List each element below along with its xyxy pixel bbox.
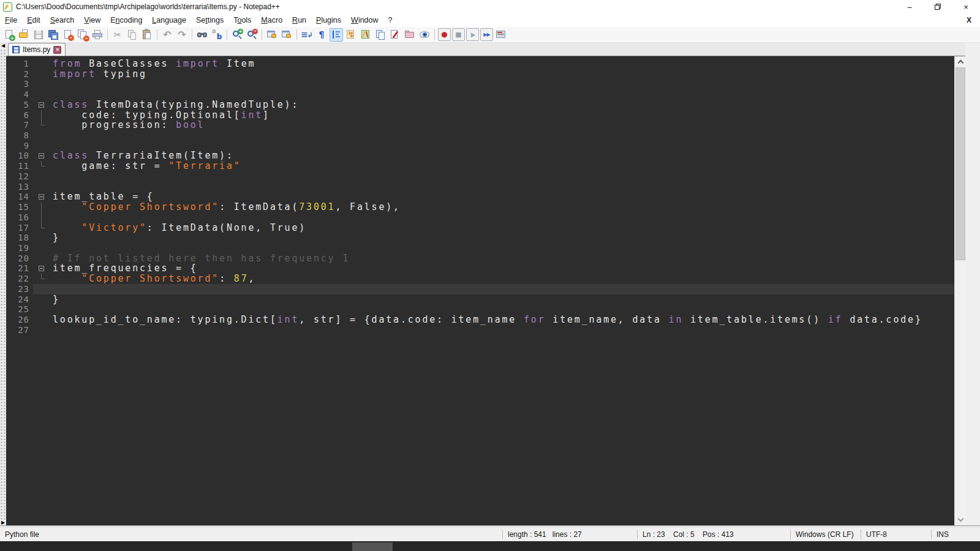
save-macro-icon[interactable] (494, 28, 508, 42)
show-all-characters-icon[interactable]: ¶ (315, 28, 328, 42)
menu-edit[interactable]: Edit (22, 14, 45, 26)
code-line[interactable]: 2import typing (6, 69, 954, 80)
undo-icon[interactable]: ↶ (160, 28, 174, 42)
code-line[interactable]: 4 (6, 89, 954, 100)
code-line[interactable]: 3 (6, 79, 954, 89)
menu-window[interactable]: Window (346, 14, 383, 26)
playback-macro-icon[interactable]: ▶ (466, 28, 479, 41)
run-macro-multiple-icon[interactable]: ▶▶ (480, 28, 493, 41)
document-map-icon[interactable] (359, 28, 372, 42)
vertical-scrollbar[interactable] (954, 56, 965, 525)
tab-items-py[interactable]: Items.py × (8, 43, 66, 56)
code-line[interactable]: 22 "Copper Shortsword": 87, (6, 274, 954, 284)
code-line[interactable]: 15 "Copper Shortsword": ItemData(73001, … (6, 202, 954, 212)
notepad-plus-plus-icon (3, 2, 12, 12)
code-line[interactable]: 13 (6, 182, 954, 192)
tab-close-icon[interactable]: × (53, 46, 61, 54)
code-line[interactable]: 6 code: typing.Optional[int] (6, 110, 954, 121)
close-button[interactable]: × (952, 0, 980, 13)
cut-icon[interactable]: ✂ (111, 28, 124, 42)
scroll-down-button[interactable] (955, 515, 966, 525)
code-line[interactable]: 10class TerrariaItem(Item): (6, 151, 954, 161)
menu-search[interactable]: Search (45, 14, 80, 26)
code-line[interactable]: 5class ItemData(typing.NamedTuple): (6, 100, 954, 110)
indent-guide-part (336, 36, 340, 37)
start-recording-icon[interactable]: ● (438, 28, 451, 41)
paste-icon[interactable] (140, 28, 154, 42)
code-line[interactable]: 7 progression: bool (6, 120, 954, 130)
paste-part (145, 29, 148, 31)
code-line[interactable]: 26lookup_id_to_name: typing.Dict[int, st… (6, 315, 954, 325)
code-line[interactable]: 21item_frequencies = { (6, 263, 954, 274)
code-line[interactable]: 23 (6, 284, 954, 294)
save-icon[interactable] (32, 28, 45, 42)
menu-language[interactable]: Language (147, 14, 191, 26)
copy-icon[interactable] (126, 28, 139, 42)
function-list-icon[interactable]: ↯ (344, 28, 358, 42)
zoom-out-part (253, 36, 257, 39)
code-line[interactable]: 17 "Victory": ItemData(None, True) (6, 223, 954, 233)
fold-collapse-icon[interactable] (33, 100, 49, 110)
sync-horizontal-scroll-part (286, 34, 291, 38)
menubar-close-icon[interactable]: X (967, 16, 971, 24)
code-editor[interactable]: 1from BaseClasses import Item2import typ… (6, 56, 954, 525)
code-line[interactable]: 16 (6, 212, 954, 223)
line-number: 16 (6, 212, 33, 223)
close-file-icon[interactable]: – (61, 28, 75, 42)
fold-margin (33, 274, 49, 284)
collapse-left-icon[interactable]: ◀ (0, 43, 6, 48)
stop-recording-icon[interactable]: ■ (452, 28, 465, 41)
print-icon[interactable] (91, 28, 104, 42)
menu-settings[interactable]: Settings (191, 14, 228, 26)
menu-plugins[interactable]: Plugins (311, 14, 346, 26)
code-line[interactable]: 12 (6, 171, 954, 182)
code-line[interactable]: 24} (6, 294, 954, 305)
fold-collapse-icon[interactable] (33, 151, 49, 161)
document-switcher-icon[interactable] (374, 28, 387, 42)
replace-icon[interactable]: ab (210, 28, 224, 42)
indent-guide-icon[interactable] (330, 28, 343, 42)
code-line[interactable]: 11 game: str = "Terraria" (6, 161, 954, 171)
zoom-out-icon[interactable]: – (245, 28, 258, 42)
fold-collapse-icon[interactable] (33, 192, 49, 202)
code-line[interactable]: 9 (6, 141, 954, 151)
new-file-icon[interactable]: + (2, 28, 16, 42)
zoom-in-icon[interactable]: + (230, 28, 244, 42)
code-line[interactable]: 8 (6, 130, 954, 141)
collapse-right-icon[interactable]: ▶ (0, 520, 6, 525)
word-wrap-icon[interactable]: ≡↲ (300, 28, 314, 42)
code-line[interactable]: 25 (6, 304, 954, 315)
code-line[interactable]: 27 (6, 325, 954, 335)
menu-file[interactable]: File (0, 14, 22, 26)
menu-encoding[interactable]: Encoding (105, 14, 147, 26)
menu-view[interactable]: View (79, 14, 105, 26)
menu-tools[interactable]: Tools (228, 14, 256, 26)
code-line[interactable]: 1from BaseClasses import Item (6, 59, 954, 69)
open-file-icon[interactable] (17, 28, 31, 42)
menu-run[interactable]: Run (287, 14, 311, 26)
code-line[interactable]: 18} (6, 233, 954, 243)
sync-vertical-scroll-icon[interactable] (265, 28, 279, 42)
close-all-icon[interactable]: – (76, 28, 89, 42)
monitoring-eye-icon[interactable] (418, 28, 431, 42)
menu-[interactable]: ? (383, 14, 398, 26)
code-line[interactable]: 14item_table = { (6, 192, 954, 202)
fold-collapse-icon[interactable] (33, 263, 49, 274)
sync-horizontal-scroll-icon[interactable] (280, 28, 293, 42)
monitoring-eye-part (424, 34, 426, 36)
menu-macro[interactable]: Macro (256, 14, 287, 26)
scroll-up-button[interactable] (955, 56, 966, 67)
line-number: 9 (6, 141, 33, 151)
find-icon[interactable] (195, 28, 209, 42)
define-language-icon[interactable] (388, 28, 402, 42)
folder-as-workspace-icon[interactable] (403, 28, 417, 42)
code-text (49, 130, 954, 141)
save-all-icon[interactable] (47, 28, 60, 42)
code-line[interactable]: 20# If not listed here then has frequenc… (6, 253, 954, 264)
restore-button[interactable] (924, 0, 952, 13)
code-line[interactable]: 19 (6, 243, 954, 253)
redo-icon[interactable]: ↷ (175, 28, 189, 42)
minimize-button[interactable]: – (895, 0, 924, 13)
right-dock-margin (965, 43, 980, 525)
scrollbar-thumb[interactable] (956, 67, 965, 260)
